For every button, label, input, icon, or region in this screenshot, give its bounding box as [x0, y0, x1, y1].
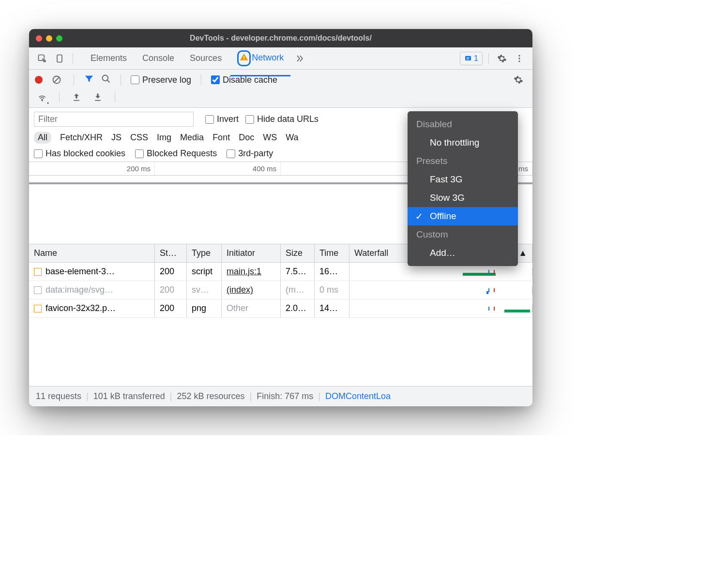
blocked-cookies-checkbox[interactable]: Has blocked cookies	[34, 148, 125, 159]
search-icon[interactable]	[101, 74, 111, 86]
filter-type-ws[interactable]: WS	[263, 133, 277, 143]
preserve-log-checkbox[interactable]: Preserve log	[131, 75, 191, 85]
col-size[interactable]: Size	[281, 244, 315, 262]
devtools-window: DevTools - developer.chrome.com/docs/dev…	[29, 29, 532, 406]
status-finish: Finish: 767 ms	[257, 391, 313, 401]
download-icon[interactable]	[91, 90, 105, 104]
more-tabs-icon[interactable]	[292, 51, 307, 66]
svg-point-8	[42, 100, 43, 101]
svg-point-4	[518, 58, 520, 59]
svg-rect-1	[57, 55, 62, 62]
panel-settings-icon[interactable]	[511, 73, 526, 87]
filter-icon[interactable]	[84, 74, 94, 86]
titlebar: DevTools - developer.chrome.com/docs/dev…	[29, 29, 532, 47]
dropdown-no-throttling[interactable]: No throttling	[408, 134, 518, 152]
issues-button[interactable]: 1	[460, 52, 483, 65]
status-resources: 252 kB resources	[177, 391, 245, 401]
svg-point-7	[103, 75, 108, 81]
device-toggle-icon[interactable]	[52, 51, 67, 66]
tab-network[interactable]: Network	[230, 45, 290, 71]
close-button[interactable]	[36, 35, 42, 42]
dropdown-slow-3g[interactable]: Slow 3G	[408, 189, 518, 207]
filter-type-font[interactable]: Font	[212, 133, 230, 143]
filter-type-img[interactable]: Img	[157, 133, 171, 143]
sort-asc-icon: ▲	[518, 248, 527, 258]
separator	[73, 53, 73, 64]
blocked-requests-checkbox[interactable]: Blocked Requests	[135, 148, 217, 159]
warning-highlight	[237, 50, 251, 66]
clear-icon[interactable]	[49, 73, 64, 87]
tab-elements[interactable]: Elements	[84, 48, 134, 68]
traffic-lights	[36, 35, 62, 42]
dropdown-offline[interactable]: Offline	[408, 207, 518, 225]
status-transferred: 101 kB transferred	[93, 391, 165, 401]
table-body: base-element-3…200scriptmain.js:17.5…16……	[29, 263, 532, 318]
tab-bar: Elements Console Sources Network 1	[29, 47, 532, 70]
dropdown-fast-3g[interactable]: Fast 3G	[408, 170, 518, 189]
record-button[interactable]	[35, 76, 43, 84]
tab-network-label: Network	[252, 53, 284, 62]
col-type[interactable]: Type	[187, 244, 222, 262]
dropdown-disabled-label: Disabled	[408, 115, 518, 134]
filter-type-css[interactable]: CSS	[130, 133, 148, 143]
dropdown-add[interactable]: Add…	[408, 244, 518, 262]
filter-type-js[interactable]: JS	[111, 133, 121, 143]
wifi-icon[interactable]	[35, 90, 49, 104]
warning-icon	[240, 53, 248, 64]
invert-checkbox[interactable]: Invert	[205, 114, 239, 124]
kebab-menu-icon[interactable]	[512, 51, 527, 66]
throttling-dropdown: Disabled No throttling Presets Fast 3G S…	[408, 111, 518, 266]
filter-type-all[interactable]: All	[34, 132, 51, 144]
tab-sources[interactable]: Sources	[183, 48, 228, 68]
filter-type-wa[interactable]: Wa	[286, 133, 298, 143]
status-requests: 11 requests	[36, 391, 81, 401]
dropdown-presets-label: Presets	[408, 152, 518, 170]
third-party-checkbox[interactable]: 3rd-party	[227, 148, 273, 159]
col-status[interactable]: St…	[155, 244, 187, 262]
filter-input[interactable]	[34, 112, 194, 127]
filter-type-doc[interactable]: Doc	[239, 133, 254, 143]
zoom-button[interactable]	[56, 35, 62, 42]
status-bar: 11 requests| 101 kB transferred| 252 kB …	[29, 386, 532, 406]
timeline-tick	[281, 162, 407, 175]
upload-icon[interactable]	[69, 90, 84, 104]
minimize-button[interactable]	[46, 35, 52, 42]
svg-point-3	[518, 55, 520, 56]
filter-type-media[interactable]: Media	[180, 133, 204, 143]
filter-type-fetchxhr[interactable]: Fetch/XHR	[60, 133, 103, 143]
dropdown-custom-label: Custom	[408, 225, 518, 244]
window-title: DevTools - developer.chrome.com/docs/dev…	[190, 34, 372, 43]
timeline-tick: 400 ms	[155, 162, 281, 175]
table-row[interactable]: favicon-32x32.p…200pngOther2.0…14…	[29, 299, 532, 318]
svg-point-5	[518, 60, 520, 62]
status-dcl: DOMContentLoa	[325, 391, 391, 401]
table-row[interactable]: data:image/svg…200sv…(index)(m…0 ms	[29, 281, 532, 299]
issues-count: 1	[474, 54, 478, 63]
col-time[interactable]: Time	[315, 244, 349, 262]
col-initiator[interactable]: Initiator	[222, 244, 281, 262]
inspect-icon[interactable]	[35, 51, 49, 66]
col-name[interactable]: Name	[29, 244, 155, 262]
tab-console[interactable]: Console	[136, 48, 181, 68]
timeline-tick: 200 ms	[29, 162, 155, 175]
hide-data-urls-checkbox[interactable]: Hide data URLs	[245, 114, 318, 124]
settings-icon[interactable]	[495, 51, 509, 66]
